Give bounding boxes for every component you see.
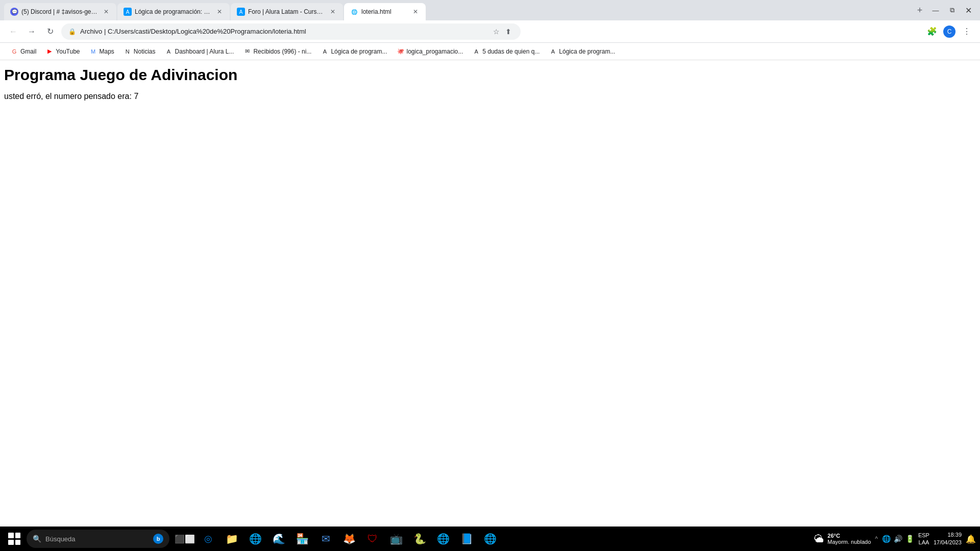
- tab-title-discord: (5) Discord | # ‡avisos-genera...: [21, 8, 99, 15]
- bookmarks-bar: GGmail▶YouTubeMMapsNNoticiasADashboard |…: [0, 43, 980, 60]
- address-bar-row: ← → ↻ 🔒 Archivo | C:/Users/casti/Desktop…: [0, 20, 980, 43]
- bookmark-youtube[interactable]: ▶YouTube: [41, 45, 84, 58]
- clock-time: 18:39: [947, 531, 962, 539]
- tab-title-alura2: Foro | Alura Latam - Cursos onli...: [248, 8, 326, 15]
- vscode-button[interactable]: 📘: [455, 528, 478, 550]
- restore-button[interactable]: ⧉: [944, 3, 960, 17]
- weather-temp: 26°C: [827, 533, 871, 539]
- browser-tab-alura1[interactable]: ALógica de programación: Conce...✕: [117, 3, 230, 20]
- share-icon[interactable]: ⬆: [503, 27, 513, 37]
- bookmark-favicon-youtube: ▶: [45, 47, 54, 56]
- chrome-button[interactable]: 🌐: [244, 528, 266, 550]
- browser-window: 💬(5) Discord | # ‡avisos-genera...✕ALógi…: [0, 0, 980, 551]
- bookmark-favicon-noticias: N: [124, 47, 132, 56]
- taskbar-right: 🌥 26°C Mayorm. nublado ^ 🌐 🔊 🔋 ESP LAA: [814, 531, 976, 547]
- address-bar[interactable]: 🔒 Archivo | C:/Users/casti/Desktop/Logic…: [61, 23, 521, 40]
- bookmark-label-github: logica_progamacio...: [407, 48, 463, 55]
- bookmark-label-maps: Maps: [100, 48, 114, 55]
- taskbar-apps: ⬛⬜ ◎ 📁 🌐 🌊 🏪 ✉ 🦊 🛡 📺 🐍 🌐 📘 🌐: [174, 528, 501, 550]
- tab-favicon-loteria: 🌐: [350, 8, 358, 16]
- mail-button[interactable]: ✉: [314, 528, 337, 550]
- media-button[interactable]: 📺: [385, 528, 407, 550]
- taskbar: 🔍 Búsqueda b ⬛⬜ ◎ 📁 🌐 🌊 🏪 ✉ 🦊 🛡 📺 🐍 🌐 📘 …: [0, 527, 980, 551]
- clock-date: 17/04/2023: [934, 539, 962, 546]
- browser-tab-discord[interactable]: 💬(5) Discord | # ‡avisos-genera...✕: [4, 3, 116, 20]
- bookmark-favicon-maps: M: [89, 47, 97, 56]
- bookmark-5dudas[interactable]: A5 dudas de quien q...: [468, 45, 544, 58]
- new-tab-button[interactable]: +: [913, 3, 927, 17]
- toolbar-right: 🧩 C ⋮: [925, 24, 974, 39]
- system-icons: 🌐 🔊 🔋: [882, 535, 914, 543]
- extensions-icon[interactable]: 🧩: [925, 24, 939, 39]
- address-bar-url: Archivo | C:/Users/casti/Desktop/Logica%…: [80, 28, 487, 35]
- bookmark-favicon-logica1: A: [321, 47, 329, 56]
- bookmark-label-dashboard: Dashboard | Alura L...: [175, 48, 234, 55]
- antivirus-button[interactable]: 🦊: [338, 528, 360, 550]
- chrome2-button[interactable]: 🌐: [432, 528, 454, 550]
- back-button[interactable]: ←: [6, 24, 20, 39]
- bookmark-dashboard[interactable]: ADashboard | Alura L...: [161, 45, 238, 58]
- language-line2: LAA: [919, 539, 929, 546]
- page-body-text: usted erró, el numero pensado era: 7: [4, 92, 976, 101]
- bookmark-label-logica1: Lógica de program...: [331, 48, 387, 55]
- browser-tab-alura2[interactable]: AForo | Alura Latam - Cursos onli...✕: [231, 3, 343, 20]
- task-view-button[interactable]: ⬛⬜: [174, 528, 196, 550]
- bookmark-logica2[interactable]: ALógica de program...: [545, 45, 619, 58]
- store-button[interactable]: 🏪: [291, 528, 313, 550]
- windows-icon: [8, 533, 20, 545]
- tab-close-alura2[interactable]: ✕: [329, 8, 337, 16]
- language-line1: ESP: [918, 532, 929, 539]
- bookmark-favicon-5dudas: A: [472, 47, 480, 56]
- tab-close-alura1[interactable]: ✕: [215, 8, 224, 16]
- tab-favicon-alura1: A: [124, 8, 132, 16]
- bookmark-recibidos[interactable]: ✉Recibidos (996) - ni...: [239, 45, 315, 58]
- reload-button[interactable]: ↻: [43, 24, 57, 39]
- extra-browser-button[interactable]: 🌐: [479, 528, 501, 550]
- clock[interactable]: 18:39 17/04/2023: [934, 531, 962, 547]
- bookmark-logica1[interactable]: ALógica de program...: [316, 45, 391, 58]
- python-button[interactable]: 🐍: [408, 528, 431, 550]
- bookmark-github[interactable]: 🐙logica_progamacio...: [393, 45, 468, 58]
- notifications-icon[interactable]: 🔔: [966, 534, 976, 544]
- close-button[interactable]: ✕: [961, 3, 976, 17]
- start-button[interactable]: [4, 529, 24, 549]
- tab-title-alura1: Lógica de programación: Conce...: [135, 8, 212, 15]
- bookmark-favicon-gmail: G: [10, 47, 18, 56]
- edge-button[interactable]: 🌊: [267, 528, 290, 550]
- menu-icon[interactable]: ⋮: [960, 24, 974, 39]
- bookmark-favicon-recibidos: ✉: [243, 47, 251, 56]
- network-icon[interactable]: 🌐: [882, 535, 891, 543]
- browser-tab-loteria[interactable]: 🌐loteria.html✕: [344, 3, 426, 20]
- lock-icon: 🔒: [68, 28, 76, 35]
- forward-button[interactable]: →: [24, 24, 39, 39]
- minimize-button[interactable]: —: [928, 3, 943, 17]
- volume-icon[interactable]: 🔊: [894, 535, 902, 543]
- security-button[interactable]: 🛡: [361, 528, 384, 550]
- search-icon: 🔍: [33, 535, 41, 543]
- cortana-button[interactable]: ◎: [197, 528, 219, 550]
- bookmark-label-recibidos: Recibidos (996) - ni...: [253, 48, 311, 55]
- bookmark-maps[interactable]: MMaps: [85, 45, 118, 58]
- weather-info: 26°C Mayorm. nublado: [827, 533, 871, 545]
- bookmark-noticias[interactable]: NNoticias: [119, 45, 160, 58]
- bookmark-label-5dudas: 5 dudas de quien q...: [482, 48, 540, 55]
- language-indicator[interactable]: ESP LAA: [918, 532, 929, 546]
- battery-icon[interactable]: 🔋: [905, 535, 914, 543]
- bookmark-label-youtube: YouTube: [56, 48, 80, 55]
- tab-close-discord[interactable]: ✕: [102, 8, 110, 16]
- taskbar-search[interactable]: 🔍 Búsqueda b: [27, 530, 169, 548]
- page-title: Programa Juego de Adivinacion: [4, 66, 976, 84]
- profile-icon[interactable]: C: [942, 24, 957, 39]
- bookmark-label-noticias: Noticias: [134, 48, 156, 55]
- bookmark-label-gmail: Gmail: [20, 48, 36, 55]
- page-content: Programa Juego de Adivinacion usted erró…: [0, 60, 980, 551]
- system-tray-chevron[interactable]: ^: [875, 535, 878, 542]
- bookmark-gmail[interactable]: GGmail: [6, 45, 40, 58]
- star-icon[interactable]: ☆: [491, 27, 501, 37]
- weather-description: Mayorm. nublado: [827, 539, 871, 545]
- weather-widget[interactable]: 🌥 26°C Mayorm. nublado: [814, 533, 871, 545]
- weather-icon: 🌥: [814, 533, 824, 545]
- tab-close-loteria[interactable]: ✕: [411, 8, 420, 16]
- window-controls: — ⧉ ✕: [928, 3, 976, 17]
- file-explorer-button[interactable]: 📁: [220, 528, 243, 550]
